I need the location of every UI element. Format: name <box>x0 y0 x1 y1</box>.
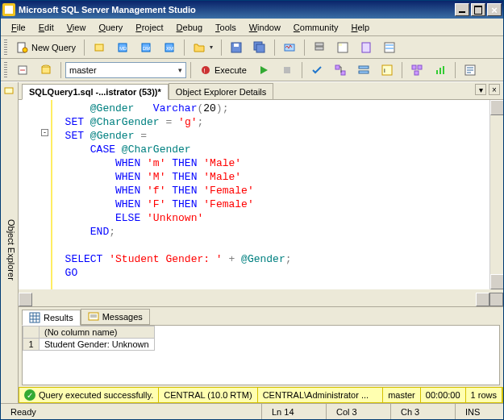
parse-button[interactable] <box>306 61 327 79</box>
success-icon: ✓ <box>24 389 35 401</box>
status-db: master <box>383 388 421 402</box>
svg-rect-35 <box>412 65 416 69</box>
debug-button[interactable] <box>253 61 274 79</box>
svg-rect-13 <box>256 44 264 52</box>
svg-rect-3 <box>95 44 103 51</box>
svg-rect-32 <box>359 71 369 73</box>
menu-project[interactable]: Project <box>130 21 169 34</box>
svg-rect-16 <box>315 47 323 50</box>
tab-object-explorer-details[interactable]: Object Explorer Details <box>169 83 274 99</box>
tab-list-button[interactable]: ▾ <box>475 84 486 95</box>
available-db-button[interactable] <box>35 61 56 79</box>
svg-rect-25 <box>42 67 50 73</box>
menu-window[interactable]: Window <box>244 21 286 34</box>
svg-rect-29 <box>335 65 339 69</box>
editor-hscrollbar[interactable] <box>19 293 503 306</box>
svg-rect-39 <box>439 68 441 74</box>
properties-button[interactable] <box>379 39 400 56</box>
menu-file[interactable]: File <box>6 21 31 34</box>
status-time: 00:00:00 <box>421 388 466 402</box>
editor-vscrollbar[interactable] <box>489 100 503 289</box>
query-options-button[interactable] <box>353 61 374 79</box>
results-text-icon <box>464 64 477 77</box>
status-ready: Ready <box>1 404 261 419</box>
status-ins: INS <box>455 404 503 419</box>
svg-rect-30 <box>341 71 345 75</box>
editor-results-split: - @Gender Varchar(20); SET @CharGender =… <box>19 100 503 387</box>
menu-help[interactable]: Help <box>346 21 376 34</box>
results-tabs: Results Messages <box>19 307 503 325</box>
results-text-button[interactable] <box>460 61 481 79</box>
results-tab[interactable]: Results <box>22 310 81 326</box>
include-plan-button[interactable] <box>406 61 427 79</box>
svg-rect-38 <box>436 70 438 74</box>
new-query-icon <box>16 41 29 54</box>
status-ln: Ln 14 <box>261 404 326 419</box>
object-explorer-label: Object Explorer <box>6 219 16 281</box>
activity-monitor-button[interactable] <box>279 39 300 56</box>
mdx-query-button[interactable]: MD <box>112 39 133 56</box>
template-explorer-button[interactable] <box>356 39 377 56</box>
toolbar-grip[interactable] <box>4 40 7 56</box>
object-explorer-button[interactable] <box>332 39 353 56</box>
stats-icon <box>434 64 447 77</box>
tab-close-button[interactable]: × <box>489 84 500 95</box>
include-stats-button[interactable] <box>430 61 451 79</box>
status-col: Col 3 <box>326 404 390 419</box>
svg-rect-36 <box>418 65 422 69</box>
save-button[interactable] <box>226 39 247 56</box>
svg-rect-21 <box>385 44 394 46</box>
save-all-button[interactable] <box>249 39 270 56</box>
object-explorer-tab[interactable]: Object Explorer <box>1 82 19 403</box>
toolbar-standard: New Query MD DM XM ▾ <box>1 36 503 59</box>
results-grid[interactable]: (No column name)1Student Gender: Unknown <box>22 325 500 385</box>
menu-debug[interactable]: Debug <box>171 21 208 34</box>
status-rows: 1 rows <box>466 388 502 402</box>
save-all-icon <box>253 41 266 54</box>
toolbar-grip[interactable] <box>4 62 7 78</box>
svg-rect-15 <box>315 43 323 46</box>
menu-view[interactable]: View <box>61 21 92 34</box>
svg-point-1 <box>23 48 27 52</box>
svg-text:MD: MD <box>119 46 127 51</box>
messages-tab[interactable]: Messages <box>81 309 150 325</box>
registered-servers-button[interactable] <box>309 39 330 56</box>
editor-pane: - @Gender Varchar(20); SET @CharGender =… <box>19 100 503 293</box>
database-combo[interactable]: master <box>65 62 186 78</box>
folder-open-icon <box>193 41 206 54</box>
new-query-button[interactable]: New Query <box>12 39 80 56</box>
engine-query-button[interactable] <box>89 39 110 56</box>
dmx-query-button[interactable]: DM <box>135 39 156 56</box>
check-icon <box>310 64 323 77</box>
code-editor[interactable]: @Gender Varchar(20); SET @CharGender = '… <box>51 100 489 289</box>
close-button[interactable] <box>487 3 502 16</box>
tab-sqlquery1[interactable]: SQLQuery1.sql -...istrator (53))* <box>22 84 169 100</box>
menu-bar: File Edit View Query Project Debug Tools… <box>1 19 503 36</box>
menu-query[interactable]: Query <box>93 21 128 34</box>
main-area: SQLQuery1.sql -...istrator (53))* Object… <box>19 82 503 403</box>
open-button[interactable]: ▾ <box>189 39 217 56</box>
change-connection-button[interactable] <box>12 61 33 79</box>
maximize-button[interactable] <box>471 3 485 16</box>
save-icon <box>230 41 243 54</box>
status-ch: Ch 3 <box>390 404 455 419</box>
menu-tools[interactable]: Tools <box>210 21 242 34</box>
dmx-icon: DM <box>140 41 152 54</box>
minimize-button[interactable] <box>455 3 469 16</box>
intellisense-icon: i <box>381 64 394 77</box>
menu-community[interactable]: Community <box>288 21 344 34</box>
svg-rect-40 <box>443 66 444 74</box>
servers-icon <box>313 41 326 54</box>
execute-button[interactable]: ! Execute <box>195 61 251 79</box>
estimated-plan-button[interactable] <box>330 61 351 79</box>
outline-collapse-box[interactable]: - <box>41 129 48 136</box>
menu-edit[interactable]: Edit <box>33 21 60 34</box>
cube-icon: MD <box>116 41 129 54</box>
query-status-bar: ✓ Query executed successfully. CENTRAL (… <box>19 387 503 403</box>
svg-point-26 <box>202 66 210 74</box>
cancel-query-button[interactable] <box>277 61 298 79</box>
xmla-query-button[interactable]: XM <box>159 39 180 56</box>
intellisense-button[interactable]: i <box>377 61 398 79</box>
execute-label: Execute <box>215 65 247 75</box>
play-icon <box>257 64 270 77</box>
